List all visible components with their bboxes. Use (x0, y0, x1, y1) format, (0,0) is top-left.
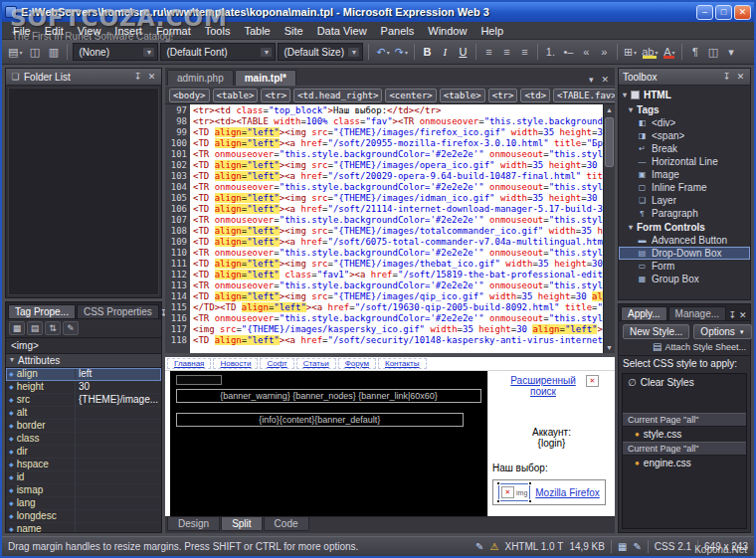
attribute-row[interactable]: ◆alignleft (6, 368, 161, 381)
code-line[interactable]: <TR onmouseover="this.style.backgroundCo… (193, 280, 603, 291)
decrease-indent-button[interactable]: « (578, 43, 595, 61)
close-panel-icon[interactable]: ✕ (146, 72, 157, 82)
toolbox-item-layer[interactable]: ❏Layer (619, 194, 750, 207)
code-line[interactable]: <TD align="left"><a href="/soft/20955-mo… (193, 138, 603, 149)
menu-item-edit[interactable]: Edit (38, 24, 71, 38)
code-line[interactable]: <TD align="left"><a href="/soft/20029-op… (193, 171, 603, 182)
tab-list-icon[interactable]: ▾ (585, 74, 598, 86)
menu-item-tools[interactable]: Tools (198, 24, 238, 38)
resize-handle[interactable] (528, 481, 532, 485)
css-schema-indicator[interactable]: CSS 2.1 (655, 541, 691, 552)
split-view-button[interactable]: ◫ (704, 43, 721, 61)
attribute-row[interactable]: ◆name (6, 523, 161, 532)
pin-icon[interactable]: ↧ (727, 310, 737, 320)
bullet-list-button[interactable]: •– (560, 43, 577, 61)
menu-item-data-view[interactable]: Data View (310, 24, 374, 38)
code-line[interactable]: <TR onmouseover="this.style.backgroundCo… (193, 248, 603, 259)
design-nav-link[interactable]: Главная (167, 358, 211, 369)
document-tab-main-tpl[interactable]: main.tpl* (235, 70, 296, 86)
tag-breadcrumb[interactable]: <tr> (261, 89, 290, 102)
code-line[interactable]: <TR onmouseover="this.style.backgroundCo… (193, 182, 603, 193)
style-dropdown[interactable]: (None) ▼ (73, 43, 158, 61)
design-nav-link[interactable]: Контакты (378, 358, 427, 369)
menu-item-help[interactable]: Help (473, 24, 510, 38)
code-line[interactable]: <tr><td class="top_block">Наш выбор:</td… (193, 105, 603, 116)
tab-css-properties[interactable]: CSS Properties (77, 304, 159, 318)
menu-item-insert[interactable]: Insert (107, 24, 149, 38)
code-line[interactable]: <tr><td><TABLE width=100% class="fav"><T… (193, 116, 603, 127)
toolbox-item-group-box[interactable]: ▦Group Box (619, 273, 750, 285)
view-tab-design[interactable]: Design (167, 517, 220, 531)
toolbox-item-image[interactable]: ▣Image (619, 168, 750, 181)
save-button[interactable]: ▥ (45, 43, 62, 61)
menu-item-file[interactable]: File (6, 24, 38, 38)
align-left-button[interactable]: ≡ (480, 43, 497, 61)
menu-item-table[interactable]: Table (237, 24, 277, 38)
tag-breadcrumb[interactable]: <body> (169, 89, 210, 102)
options-button[interactable]: Options ▼ (693, 324, 751, 339)
design-empty-cell[interactable] (176, 375, 222, 385)
compatibility-warning-icon[interactable]: ⚠ (490, 541, 499, 552)
attribute-row[interactable]: ◆class (6, 433, 161, 446)
code-line[interactable]: <TR onmouseover="this.style.backgroundCo… (193, 313, 603, 324)
underline-button[interactable]: U (455, 43, 472, 61)
code-scrollbar[interactable]: ▲ ▼ (603, 104, 615, 353)
design-main-area[interactable]: {banner_warning} {banner_nodes} {banner_… (170, 371, 487, 516)
code-line[interactable]: <TD align="left"><a href="/soft/security… (193, 335, 603, 346)
menu-item-format[interactable]: Format (149, 24, 198, 38)
grid-icon[interactable]: ▦ (618, 541, 627, 552)
attribute-row[interactable]: ◆alt (6, 407, 161, 420)
design-nav-link[interactable]: Новости (213, 358, 258, 369)
bold-button[interactable]: B (419, 43, 436, 61)
style-edit-icon[interactable]: ✎ (633, 541, 641, 552)
design-nav-link[interactable]: Статьи (296, 358, 336, 369)
tag-breadcrumb[interactable]: <table> (440, 89, 485, 102)
attribute-row[interactable]: ◆hspace (6, 459, 161, 471)
code-line[interactable]: <TD align="left"><a href="/soft/6075-tot… (193, 237, 603, 248)
edit-icon[interactable]: ✎ (63, 321, 79, 335)
attach-stylesheet-link[interactable]: Attach Style Sheet... (664, 342, 746, 352)
borders-button[interactable]: ⊞▾ (622, 43, 639, 61)
visual-aids-icon[interactable]: ✎ (475, 541, 483, 552)
design-banner-row[interactable]: {banner_warning} {banner_nodes} {banner_… (176, 389, 481, 403)
maximize-button[interactable]: □ (715, 5, 732, 20)
attribute-row[interactable]: ◆id (6, 471, 161, 484)
redo-button[interactable]: ↷▾ (393, 43, 410, 61)
menu-item-panels[interactable]: Panels (374, 24, 422, 38)
highlight-color-button[interactable]: ab▾ (640, 43, 660, 61)
menu-item-view[interactable]: View (71, 24, 108, 38)
attribute-row[interactable]: ◆dir (6, 446, 161, 459)
selected-image-element[interactable]: ✕ img (498, 483, 530, 501)
clear-styles-item[interactable]: ∅ Clear Styles (623, 374, 746, 391)
code-line[interactable]: <TD align="left"><img src="{THEME}/image… (193, 193, 603, 204)
tag-breadcrumb[interactable]: <TABLE.fav> (553, 89, 615, 102)
code-line[interactable]: <TR onmouseover="this.style.backgroundCo… (193, 215, 603, 226)
tag-breadcrumb[interactable]: <td> (520, 89, 550, 102)
scroll-down-icon[interactable]: ▼ (604, 342, 615, 353)
scroll-up-icon[interactable]: ▲ (604, 104, 615, 115)
menu-item-site[interactable]: Site (278, 24, 310, 38)
style-item-engine-css[interactable]: ●engine.css (623, 456, 746, 470)
code-line[interactable]: <TD align="left" class="fav1"><a href="/… (193, 270, 603, 280)
tag-breadcrumb[interactable]: <tr> (488, 89, 518, 102)
sort-icon[interactable]: ⇅ (45, 321, 61, 335)
code-line[interactable]: <TD align="left"><img src="{THEME}/image… (193, 127, 603, 138)
code-line[interactable]: <img src="{THEME}/images/kaspersky_ico.g… (193, 324, 603, 335)
show-paragraph-marks-button[interactable]: ¶ (686, 43, 703, 61)
menu-item-window[interactable]: Window (421, 24, 473, 38)
toolbox-item-inline-frame[interactable]: ▢Inline Frame (619, 181, 750, 194)
toolbox-item-form[interactable]: ▭Form (619, 260, 750, 273)
advanced-search-link[interactable]: Расширенный поиск (504, 375, 582, 397)
tag-breadcrumb[interactable]: <td.head_right> (293, 89, 382, 102)
page-dimensions-indicator[interactable]: 649 x 243 (704, 541, 748, 552)
toolbox-item-div[interactable]: ◧<div> (619, 116, 750, 129)
toolbox-section-form-controls[interactable]: ▾Form Controls (619, 220, 750, 234)
firefox-link[interactable]: Mozilla Firefox (535, 487, 599, 498)
resize-handle[interactable] (496, 481, 500, 485)
alphabetical-icon[interactable]: ▤ (27, 321, 43, 335)
align-right-button[interactable]: ≡ (516, 43, 533, 61)
pin-icon[interactable]: ↧ (721, 72, 732, 82)
font-dropdown[interactable]: (Default Font) ▼ (160, 43, 276, 61)
italic-button[interactable]: I (437, 43, 454, 61)
scrollbar-thumb[interactable] (605, 117, 614, 167)
